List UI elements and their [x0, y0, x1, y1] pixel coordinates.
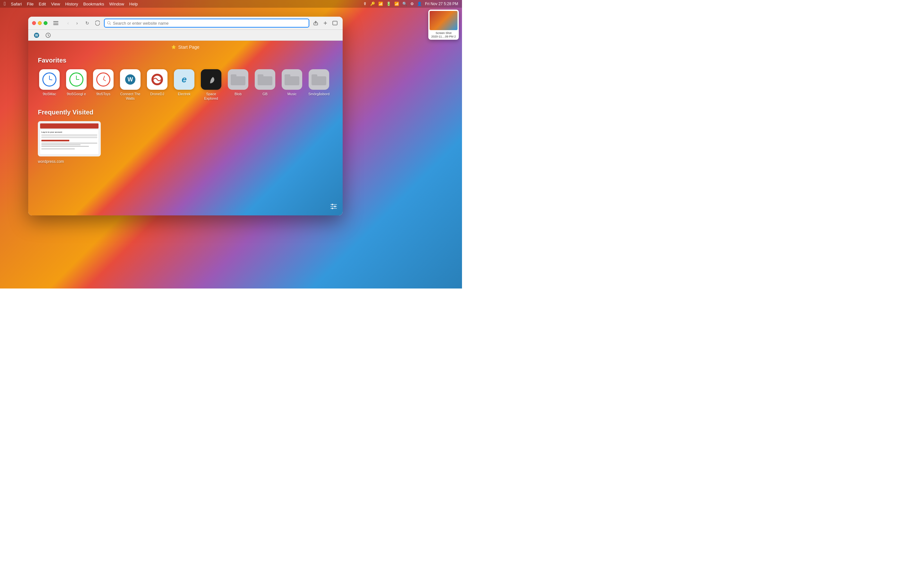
svg-text:W: W [35, 34, 38, 37]
apple-menu[interactable]:  [4, 1, 6, 7]
svg-rect-2 [53, 24, 58, 25]
menu-file[interactable]: File [27, 2, 34, 6]
favorites-title: Favorites [38, 57, 333, 64]
search-icon [107, 21, 111, 25]
screenshot-preview-image [430, 11, 457, 30]
svg-rect-0 [53, 21, 58, 22]
frequently-visited-title: Frequently Visited [38, 109, 333, 116]
svg-line-14 [48, 35, 49, 36]
datetime: Fri Nov 27 5:28 PM [425, 2, 458, 6]
siri-icon[interactable]: 🎙 [363, 2, 367, 6]
browser-content: ⭐ Start Page Favorites [28, 41, 342, 215]
connectwatts-label: Connect The Watts [119, 92, 142, 101]
svg-point-28 [332, 204, 333, 205]
favorite-music[interactable]: Music [280, 69, 304, 101]
favorite-smorgasbord[interactable]: Smörgåsbord [307, 69, 330, 101]
spotlight-icon[interactable]: 🔍 [402, 2, 407, 6]
browser-chrome: ‹ › ↻ [28, 17, 342, 41]
menu-bookmarks[interactable]: Bookmarks [83, 2, 104, 6]
favorite-connectwatts[interactable]: W Connect The Watts [119, 69, 142, 101]
screenshot-label: Screen Shot [430, 31, 457, 35]
favorite-gb[interactable]: GB [254, 69, 276, 101]
svg-rect-19 [258, 76, 272, 85]
gb-label: GB [262, 92, 268, 96]
menu-window[interactable]: Window [110, 2, 124, 6]
spaceexplored-icon [201, 69, 221, 90]
wordpress-tab-icon: W [34, 32, 39, 38]
favorite-dronedj[interactable]: DroneDJ [145, 69, 169, 101]
forward-button[interactable]: › [73, 19, 81, 27]
favorite-spaceexplored[interactable]: Space Explored [200, 69, 223, 101]
screenshot-widget[interactable]: Screen Shot 2020-11....09 PM 2 [428, 10, 459, 40]
9to5toys-icon [93, 69, 113, 90]
browser-window: ‹ › ↻ [28, 17, 342, 215]
tab-overview-button[interactable] [331, 19, 339, 27]
start-page-header: ⭐ Start Page [28, 41, 342, 53]
browser-titlebar: ‹ › ↻ [28, 17, 342, 29]
back-button[interactable]: ‹ [64, 19, 72, 27]
svg-rect-1 [53, 23, 58, 23]
star-icon: ⭐ [171, 45, 176, 49]
sidebar-toggle-icon [53, 21, 58, 25]
svg-rect-22 [284, 74, 290, 77]
9to5mac-icon [39, 69, 60, 90]
favorite-blob[interactable]: Blob [226, 69, 250, 101]
frequently-visited-section: Frequently Visited Log in to your accoun… [38, 109, 333, 164]
close-button[interactable] [32, 21, 36, 25]
favorite-electrek[interactable]: e Electrek [173, 69, 196, 101]
9to5google-icon [66, 69, 87, 90]
control-center-icon[interactable]: ⚙ [410, 2, 414, 6]
favorites-grid: 9to5Mac 9to5Googl e [38, 69, 333, 101]
wifi-icon[interactable]: 📶 [394, 2, 399, 6]
9to5toys-label: 9to5Toys [96, 92, 110, 96]
shield-icon[interactable] [94, 19, 102, 27]
tab-wordpress[interactable]: W [32, 31, 41, 40]
freq-item-wordpress[interactable]: Log in to your account [38, 121, 101, 164]
menubar:  Safari File Edit View History Bookmark… [0, 0, 462, 8]
wordpress-thumbnail: Log in to your account [38, 121, 101, 156]
menu-safari[interactable]: Safari [11, 2, 22, 6]
start-page-content: Favorites 9to5Mac [28, 53, 342, 171]
connectwatts-icon: W [120, 69, 141, 90]
electrek-icon: e [174, 69, 194, 90]
user-icon[interactable]: 👤 [417, 2, 422, 6]
9to5mac-label: 9to5Mac [43, 92, 56, 96]
dronedj-label: DroneDJ [150, 92, 164, 96]
minimize-button[interactable] [38, 21, 42, 25]
menu-edit[interactable]: Edit [39, 2, 46, 6]
bluetooth-icon[interactable]: 📶 [378, 2, 383, 6]
9to5google-label: 9to5Googl e [67, 92, 86, 96]
smorgasbord-icon [309, 69, 329, 90]
favorite-9to5google[interactable]: 9to5Googl e [65, 69, 88, 101]
battery-icon[interactable]: 🔋 [386, 2, 391, 6]
favorite-9to5toys[interactable]: 9to5Toys [92, 69, 115, 101]
favorite-9to5mac[interactable]: 9to5Mac [38, 69, 61, 101]
music-label: Music [288, 92, 297, 96]
1password-icon[interactable]: 🔑 [370, 2, 375, 6]
electrek-label: Electrek [178, 92, 191, 96]
share-button[interactable] [312, 19, 320, 27]
toolbar-actions [312, 19, 339, 27]
menubar-right: 🎙 🔑 📶 🔋 📶 🔍 ⚙ 👤 Fri Nov 27 5:28 PM [363, 2, 458, 6]
screenshot-date: 2020-11....09 PM 2 [430, 35, 457, 39]
address-bar[interactable] [104, 19, 309, 27]
traffic-lights [32, 21, 47, 25]
new-tab-button[interactable] [321, 19, 329, 27]
history-tab-icon [45, 32, 51, 38]
music-icon [282, 69, 302, 90]
menu-view[interactable]: View [51, 2, 60, 6]
menu-history[interactable]: History [65, 2, 78, 6]
customize-button[interactable] [328, 201, 339, 211]
fullscreen-button[interactable] [44, 21, 47, 25]
address-input[interactable] [113, 21, 306, 26]
tab-history[interactable] [44, 31, 53, 40]
svg-line-4 [110, 24, 111, 25]
sidebar-toggle-button[interactable] [51, 19, 60, 27]
wordpress-freq-label: wordpress.com [38, 159, 64, 164]
reload-button[interactable]: ↻ [83, 19, 91, 27]
svg-point-30 [332, 208, 333, 210]
blob-label: Blob [234, 92, 242, 96]
menu-help[interactable]: Help [129, 2, 138, 6]
start-page-label: Start Page [178, 45, 199, 50]
smorgasbord-label: Smörgåsbord [309, 92, 330, 96]
